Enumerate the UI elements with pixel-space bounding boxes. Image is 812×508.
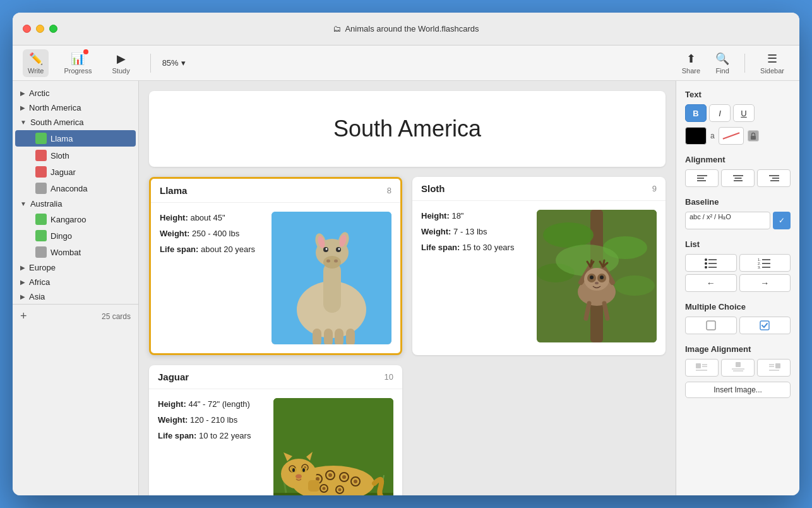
baseline-select[interactable]: abc / x² / H₂O	[685, 212, 770, 229]
sidebar-item-arctic[interactable]: ▶ Arctic	[13, 86, 138, 100]
sidebar-item-label: Europe	[29, 263, 56, 272]
card-body-llama: Height: about 45" Weight: 250 - 400 lbs …	[151, 203, 400, 353]
img-align-right-button[interactable]	[757, 359, 791, 377]
sidebar-item-asia[interactable]: ▶ Asia	[13, 289, 138, 304]
sidebar-item-kangaroo[interactable]: Kangaroo	[13, 211, 138, 227]
strike-line	[722, 132, 739, 139]
maximize-button[interactable]	[49, 25, 57, 33]
sidebar-item-label: Sloth	[51, 151, 69, 160]
baseline-row: abc / x² / H₂O ✓	[685, 212, 791, 229]
svg-text:3.: 3.	[758, 265, 761, 269]
svg-line-42	[604, 303, 607, 318]
underline-button[interactable]: U	[733, 104, 755, 122]
chevron-down-icon: ▼	[20, 200, 27, 207]
zoom-value: 85%	[162, 58, 179, 68]
svg-point-95	[705, 266, 707, 269]
sidebar-button[interactable]: ☰ Sidebar	[755, 49, 789, 77]
progress-button[interactable]: 📊 Progress	[59, 49, 97, 77]
insert-image-button[interactable]: Insert Image...	[685, 382, 791, 398]
sidebar-item-wombat[interactable]: Wombat	[13, 244, 138, 260]
minimize-button[interactable]	[36, 25, 44, 33]
sidebar-item-dingo[interactable]: Dingo	[13, 227, 138, 244]
svg-point-38	[590, 275, 594, 279]
chevron-right-icon: ▶	[20, 104, 25, 111]
svg-point-21	[543, 222, 594, 248]
svg-point-61	[323, 487, 326, 490]
flashcard-sloth[interactable]: Sloth 9 Height: 18" Weight: 7 - 13 lbs L…	[412, 177, 666, 355]
sidebar-item-north-america[interactable]: ▶ North America	[13, 100, 138, 115]
card-body-jaguar: Height: 44" - 72" (length) Weight: 120 -…	[149, 389, 402, 495]
strikethrough-button[interactable]	[719, 127, 744, 145]
toolbar-right: ⬆ Share 🔍 Find ☰ Sidebar	[677, 49, 789, 77]
flashcard-llama[interactable]: Llama 8 Height: about 45" Weight: 250 - …	[149, 177, 402, 355]
sidebar-item-label: Dingo	[51, 231, 72, 241]
kangaroo-icon	[35, 214, 47, 225]
svg-point-59	[354, 480, 357, 483]
bold-button[interactable]: B	[685, 104, 707, 122]
mc-checked-button[interactable]	[739, 317, 791, 334]
svg-point-93	[705, 262, 707, 265]
toolbar-progress-group: 📊 Progress	[59, 49, 97, 77]
find-button[interactable]: 🔍 Find	[710, 49, 734, 77]
jaguar-icon	[35, 166, 47, 178]
image-alignment-section: Image Alignment Insert Image...	[685, 344, 791, 398]
share-button[interactable]: ⬆ Share	[677, 49, 705, 77]
unordered-list-button[interactable]	[685, 254, 737, 272]
sidebar-item-jaguar[interactable]: Jaguar	[13, 164, 138, 180]
card-title-sloth: Sloth	[421, 183, 445, 194]
italic-button[interactable]: I	[709, 104, 731, 122]
lock-icon[interactable]	[748, 130, 759, 142]
mc-unchecked-button[interactable]	[685, 317, 737, 334]
img-align-center-button[interactable]	[721, 359, 755, 377]
section-header-card: South America	[149, 91, 666, 167]
progress-badge	[83, 49, 88, 54]
zoom-button[interactable]: 85% ▾	[156, 56, 192, 70]
sidebar-item-label: Arctic	[29, 88, 50, 98]
card-image-llama	[272, 212, 391, 344]
title-icon: 🗂	[333, 24, 341, 33]
sidebar-item-anaconda[interactable]: Anaconda	[13, 180, 138, 197]
close-button[interactable]	[23, 25, 31, 33]
svg-point-73	[296, 475, 302, 479]
share-label: Share	[682, 67, 700, 75]
study-label: Study	[112, 67, 130, 75]
mc-section-title: Multiple Choice	[685, 302, 791, 311]
add-card-button[interactable]: +	[20, 310, 27, 323]
sidebar-item-south-america[interactable]: ▼ South America	[13, 115, 138, 130]
share-icon: ⬆	[686, 52, 696, 66]
color-label: a	[710, 131, 715, 140]
right-panel: Text B I U a	[676, 81, 799, 495]
write-button[interactable]: ✏️ Write	[23, 49, 49, 77]
sidebar-item-europe[interactable]: ▶ Europe	[13, 260, 138, 275]
indent-increase-button[interactable]: →	[739, 274, 791, 292]
svg-point-63	[338, 488, 342, 492]
text-color-swatch[interactable]	[685, 127, 707, 145]
img-align-left-button[interactable]	[685, 359, 719, 377]
toolbar: ✏️ Write 📊 Progress ▶ Study 85% ▾	[13, 45, 799, 81]
align-right-button[interactable]	[757, 169, 791, 187]
flashcard-jaguar[interactable]: Jaguar 10 Height: 44" - 72" (length) Wei…	[149, 365, 402, 495]
study-button[interactable]: ▶ Study	[107, 49, 135, 77]
img-align-section-title: Image Alignment	[685, 344, 791, 354]
align-left-button[interactable]	[685, 169, 719, 187]
card-header-sloth: Sloth 9	[412, 177, 666, 201]
sidebar-item-africa[interactable]: ▶ Africa	[13, 275, 138, 289]
sidebar-item-llama[interactable]: Llama	[15, 130, 136, 147]
indent-decrease-button[interactable]: ←	[685, 274, 737, 292]
baseline-dropdown-button[interactable]: ✓	[773, 212, 791, 229]
ordered-list-button[interactable]: 1.2.3.	[739, 254, 791, 272]
card-title-llama: Llama	[160, 185, 187, 196]
main-content: ▶ Arctic ▶ North America ▼ South America…	[13, 81, 799, 495]
svg-line-41	[586, 303, 589, 318]
sidebar-item-australia[interactable]: ▼ Australia	[13, 197, 138, 211]
svg-point-40	[595, 282, 599, 284]
list-indent-row: ← →	[685, 274, 791, 292]
svg-point-12	[338, 248, 340, 250]
progress-label: Progress	[64, 67, 92, 75]
align-center-button[interactable]	[721, 169, 755, 187]
sidebar-item-label: Africa	[29, 277, 50, 287]
text-section-title: Text	[685, 90, 791, 99]
anaconda-icon	[35, 183, 47, 194]
sidebar-item-sloth[interactable]: Sloth	[13, 147, 138, 164]
svg-rect-81	[751, 136, 756, 140]
